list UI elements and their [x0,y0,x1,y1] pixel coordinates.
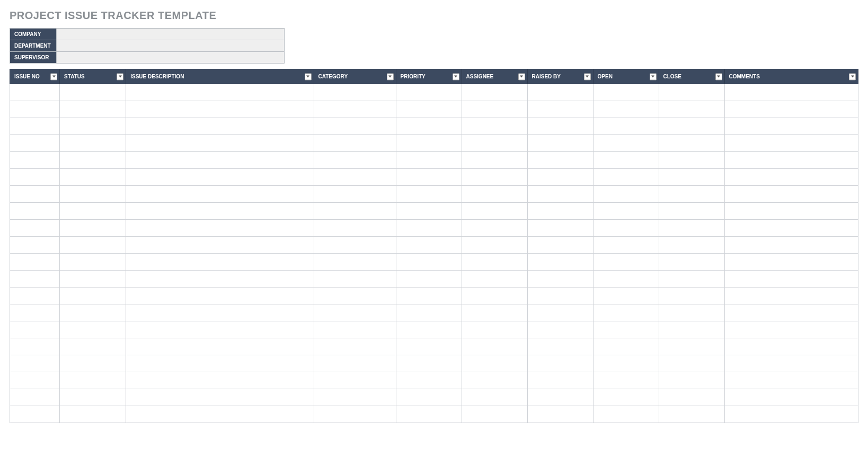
filter-dropdown-icon[interactable] [650,73,657,80]
table-cell[interactable] [60,186,126,203]
table-cell[interactable] [724,372,858,389]
table-cell[interactable] [659,304,724,321]
table-cell[interactable] [462,254,527,271]
table-cell[interactable] [10,321,60,338]
table-cell[interactable] [10,84,60,101]
table-cell[interactable] [724,288,858,304]
table-cell[interactable] [527,118,593,135]
table-cell[interactable] [10,304,60,321]
table-cell[interactable] [126,237,314,254]
table-cell[interactable] [659,321,724,338]
table-cell[interactable] [462,237,527,254]
table-cell[interactable] [659,237,724,254]
col-header-description[interactable]: ISSUE DESCRIPTION [126,69,314,84]
table-cell[interactable] [724,237,858,254]
col-header-priority[interactable]: PRIORITY [396,69,462,84]
table-cell[interactable] [593,254,659,271]
table-cell[interactable] [527,220,593,237]
table-cell[interactable] [314,254,396,271]
table-cell[interactable] [659,406,724,423]
table-cell[interactable] [10,338,60,355]
table-cell[interactable] [724,152,858,169]
filter-dropdown-icon[interactable] [117,73,123,80]
table-cell[interactable] [10,152,60,169]
table-cell[interactable] [10,186,60,203]
table-cell[interactable] [126,101,314,118]
table-cell[interactable] [396,169,462,186]
table-cell[interactable] [126,406,314,423]
table-cell[interactable] [659,203,724,220]
table-cell[interactable] [60,118,126,135]
table-cell[interactable] [314,186,396,203]
table-cell[interactable] [659,101,724,118]
table-cell[interactable] [10,101,60,118]
table-cell[interactable] [462,271,527,288]
table-cell[interactable] [724,321,858,338]
table-cell[interactable] [314,101,396,118]
col-header-raised-by[interactable]: RAISED BY [527,69,593,84]
table-cell[interactable] [10,406,60,423]
table-cell[interactable] [126,135,314,152]
table-cell[interactable] [462,406,527,423]
table-cell[interactable] [593,135,659,152]
table-cell[interactable] [659,169,724,186]
table-cell[interactable] [396,101,462,118]
table-cell[interactable] [527,135,593,152]
table-cell[interactable] [314,389,396,406]
table-cell[interactable] [462,135,527,152]
filter-dropdown-icon[interactable] [453,73,459,80]
table-cell[interactable] [462,186,527,203]
table-cell[interactable] [314,304,396,321]
table-cell[interactable] [593,288,659,304]
table-cell[interactable] [126,271,314,288]
table-cell[interactable] [527,271,593,288]
table-cell[interactable] [724,254,858,271]
table-cell[interactable] [593,355,659,372]
col-header-category[interactable]: CATEGORY [314,69,396,84]
table-cell[interactable] [126,203,314,220]
table-cell[interactable] [396,237,462,254]
supervisor-value[interactable] [57,52,285,64]
col-header-comments[interactable]: COMMENTS [724,69,858,84]
table-cell[interactable] [314,203,396,220]
table-cell[interactable] [724,389,858,406]
company-value[interactable] [57,29,285,40]
table-cell[interactable] [724,406,858,423]
table-cell[interactable] [396,321,462,338]
table-cell[interactable] [396,220,462,237]
table-cell[interactable] [462,389,527,406]
filter-dropdown-icon[interactable] [584,73,591,80]
filter-dropdown-icon[interactable] [518,73,525,80]
table-cell[interactable] [314,372,396,389]
table-cell[interactable] [527,84,593,101]
table-cell[interactable] [314,338,396,355]
table-cell[interactable] [527,152,593,169]
table-cell[interactable] [659,220,724,237]
filter-dropdown-icon[interactable] [50,73,57,80]
table-cell[interactable] [314,84,396,101]
table-cell[interactable] [126,152,314,169]
table-cell[interactable] [593,321,659,338]
table-cell[interactable] [314,237,396,254]
table-cell[interactable] [126,118,314,135]
table-cell[interactable] [396,84,462,101]
table-cell[interactable] [314,321,396,338]
table-cell[interactable] [593,101,659,118]
table-cell[interactable] [60,372,126,389]
table-cell[interactable] [60,271,126,288]
table-cell[interactable] [396,372,462,389]
table-cell[interactable] [462,169,527,186]
table-cell[interactable] [462,84,527,101]
table-cell[interactable] [396,254,462,271]
table-cell[interactable] [314,271,396,288]
table-cell[interactable] [527,321,593,338]
table-cell[interactable] [126,169,314,186]
table-cell[interactable] [462,372,527,389]
table-cell[interactable] [593,118,659,135]
table-cell[interactable] [724,101,858,118]
table-cell[interactable] [724,271,858,288]
table-cell[interactable] [396,406,462,423]
table-cell[interactable] [659,288,724,304]
table-cell[interactable] [527,389,593,406]
table-cell[interactable] [10,355,60,372]
